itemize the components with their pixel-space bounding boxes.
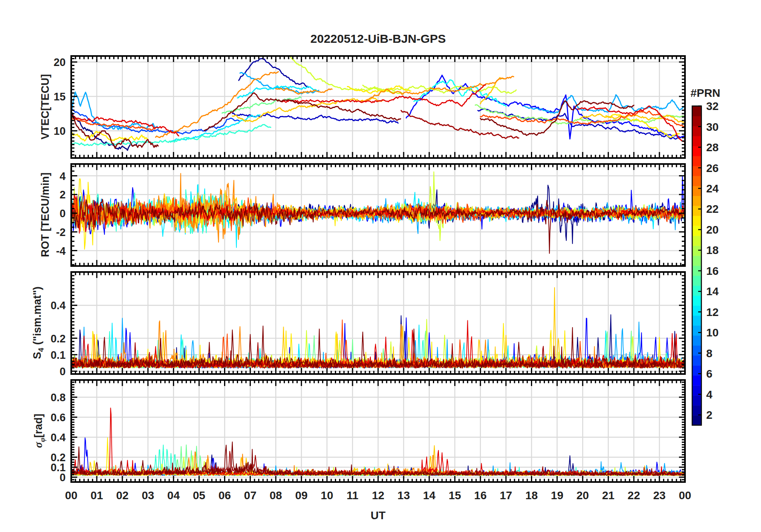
colorbar-cell-prn-21 <box>692 216 701 226</box>
y-tick-label: -4 <box>56 245 66 257</box>
x-tick-label: 00 <box>679 489 691 502</box>
x-tick-label: 15 <box>449 489 461 502</box>
y-tick-label: 0.2 <box>50 333 66 345</box>
x-tick-label: 08 <box>270 489 282 502</box>
series-prn-5 <box>406 75 684 139</box>
colorbar-tick-label: 26 <box>706 162 719 174</box>
colorbar-tick-label: 12 <box>706 306 719 318</box>
colorbar-tick-label: 4 <box>706 388 713 401</box>
colorbar-tick-label: 8 <box>706 347 713 360</box>
x-tick-label: 18 <box>525 489 538 502</box>
colorbar-tick-label: 22 <box>706 203 719 215</box>
colorbar-cell-prn-13 <box>692 296 701 306</box>
x-tick-label: 02 <box>116 489 128 502</box>
x-tick-label: 14 <box>423 489 436 502</box>
colorbar-cell-prn-8 <box>692 346 701 356</box>
colorbar-cell-prn-17 <box>692 256 701 266</box>
colorbar-cell-prn-27 <box>692 156 701 166</box>
panel-s4 <box>71 272 685 374</box>
colorbar-cell-prn-15 <box>692 276 701 286</box>
colorbar-cell-prn-11 <box>692 316 701 326</box>
colorbar-cell-prn-7 <box>692 355 701 366</box>
colorbar-tick-label: 6 <box>706 368 713 380</box>
series-prn-10 <box>524 95 684 113</box>
colorbar-tick-label: 30 <box>706 121 719 133</box>
y-tick-label: 0.2 <box>50 452 66 464</box>
colorbar-cell-prn-9 <box>692 336 701 346</box>
y-tick-labels-s4: 00.10.20.4 <box>50 300 66 378</box>
colorbar-cell-prn-5 <box>692 375 701 386</box>
x-tick-label: 12 <box>372 489 384 502</box>
y-tick-labels-rot: -4-2024 <box>56 170 66 257</box>
colorbar-cell-prn-23 <box>692 196 701 206</box>
x-tick-label: 20 <box>577 489 589 502</box>
x-tick-label: 16 <box>474 489 487 502</box>
colorbar-cell-prn-32 <box>692 106 701 116</box>
y-tick-label: -2 <box>56 226 66 238</box>
colorbar-tick-label: 14 <box>706 285 719 298</box>
x-tick-label: 22 <box>628 489 640 502</box>
x-tick-labels: 0001020304050607080910111213141516171819… <box>65 489 691 502</box>
colorbar-cell-prn-2 <box>692 405 701 416</box>
colorbar-cell-prn-29 <box>692 136 701 146</box>
colorbar-cell-prn-31 <box>692 116 701 126</box>
colorbar-tick-label: 18 <box>706 244 719 256</box>
colorbar-tick-label: 10 <box>706 326 719 339</box>
x-tick-label: 00 <box>65 489 77 502</box>
panel-sigma_phi <box>71 380 685 482</box>
colorbar-cell-prn-25 <box>692 176 701 186</box>
colorbar-tick-label: 24 <box>706 182 719 195</box>
colorbar: 2468101214161820222426283032 <box>692 100 719 426</box>
panel-rot <box>71 164 685 266</box>
x-tick-label: 19 <box>551 489 563 502</box>
x-tick-label: 07 <box>244 489 256 502</box>
y-tick-label: 0.4 <box>50 432 66 444</box>
y-tick-label: 15 <box>54 91 66 103</box>
colorbar-cell-prn-22 <box>692 206 701 216</box>
colorbar-tick-label: 2 <box>706 409 713 421</box>
colorbar-cell-prn-24 <box>692 186 701 196</box>
grid-lines <box>71 380 685 482</box>
figure: 20220512-UiB-BJN-GPS VTEC[TECU] ROT [TEC… <box>0 0 761 532</box>
y-tick-label: 10 <box>54 125 66 137</box>
colorbar-cell-prn-12 <box>692 306 701 316</box>
panel-vtec <box>71 56 685 158</box>
y-tick-label: 0.8 <box>50 392 66 404</box>
y-tick-labels-sigma_phi: 00.10.20.40.60.8 <box>50 392 66 484</box>
x-tick-label: 04 <box>167 489 180 502</box>
x-tick-label: 21 <box>602 489 615 502</box>
colorbar-cell-prn-30 <box>692 126 701 136</box>
colorbar-cell-prn-10 <box>692 326 701 336</box>
colorbar-tick-label: 16 <box>706 265 719 277</box>
y-tick-label: 2 <box>60 189 66 201</box>
x-tick-label: 23 <box>653 489 666 502</box>
x-tick-label: 13 <box>397 489 410 502</box>
series-prn-14 <box>71 125 271 146</box>
plot-canvas: 101520-4-202400.10.20.400.10.20.40.60.80… <box>0 0 761 532</box>
y-tick-label: 0 <box>60 366 66 378</box>
y-tick-label: 20 <box>54 56 66 68</box>
colorbar-cell-prn-19 <box>692 236 701 246</box>
colorbar-cell-prn-20 <box>692 226 701 236</box>
series-prn-3 <box>232 113 398 123</box>
x-tick-label: 05 <box>193 489 205 502</box>
x-tick-label: 10 <box>321 489 333 502</box>
y-tick-label: 0 <box>60 208 66 220</box>
colorbar-cell-prn-1 <box>692 415 701 426</box>
y-tick-label: 0.6 <box>50 412 66 424</box>
colorbar-tick-label: 20 <box>706 224 719 236</box>
x-tick-label: 09 <box>295 489 308 502</box>
x-tick-label: 06 <box>218 489 231 502</box>
colorbar-cell-prn-18 <box>692 246 701 256</box>
series-prn-31 <box>401 110 519 138</box>
colorbar-tick-label: 28 <box>706 141 719 154</box>
x-tick-label: 17 <box>500 489 512 502</box>
colorbar-tick-label: 32 <box>706 100 719 112</box>
y-tick-label: 0.4 <box>50 300 66 312</box>
x-tick-label: 03 <box>142 489 154 502</box>
y-tick-label: 0.1 <box>50 349 66 361</box>
y-tick-labels-vtec: 101520 <box>54 56 66 137</box>
y-tick-label: 4 <box>60 170 66 182</box>
colorbar-cell-prn-14 <box>692 286 701 296</box>
x-tick-label: 11 <box>346 489 358 502</box>
